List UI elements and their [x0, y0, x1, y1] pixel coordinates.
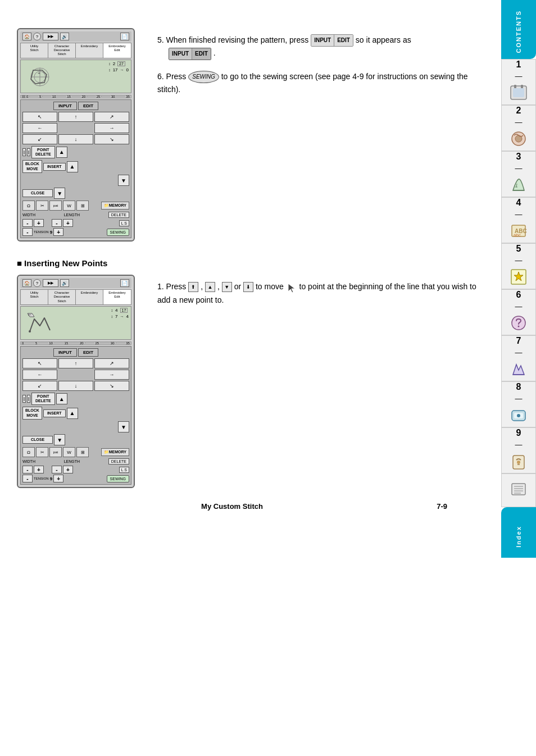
- down-btn-b[interactable]: ▼: [118, 421, 129, 432]
- step1-text1: Press: [166, 282, 187, 291]
- curve-icon[interactable]: Ω: [22, 201, 35, 211]
- delete-btn-bottom[interactable]: DELETE: [108, 458, 129, 464]
- pattern-icon[interactable]: pat: [49, 201, 62, 211]
- arr-btn-last[interactable]: ⬇: [243, 282, 253, 292]
- curve-icon-b[interactable]: Ω: [22, 447, 35, 457]
- nav-right-b[interactable]: →: [94, 370, 129, 380]
- up-solid-btn-b[interactable]: ▲: [67, 408, 78, 419]
- grid-icon-b[interactable]: ⊞: [76, 447, 89, 457]
- nav-left[interactable]: ←: [22, 123, 57, 133]
- machine-top-bar: 🏠 ? ▶▶ 🔊 📄: [20, 31, 131, 42]
- sewing-btn-top[interactable]: SEWING: [107, 229, 129, 236]
- bar1-btn-b[interactable]: |: [22, 395, 26, 403]
- sidebar-tab-ch1[interactable]: 1 —: [501, 59, 536, 105]
- ch6-dash: —: [515, 302, 523, 311]
- minus-btn1-b[interactable]: -: [22, 466, 33, 473]
- nav-right[interactable]: →: [94, 123, 129, 133]
- arr-btn-down[interactable]: ▼: [222, 282, 232, 292]
- up-solid-btn[interactable]: ▲: [67, 161, 78, 172]
- input-btn-bottom[interactable]: INPUT: [53, 348, 77, 357]
- sidebar-tab-contents[interactable]: CONTENTS: [501, 0, 536, 59]
- minus-btn1[interactable]: -: [22, 219, 33, 227]
- question-icon-b: ?: [33, 279, 41, 287]
- step-1-text: 1. Press ⬆ , ▲ , ▼ or ⬇ to move: [140, 275, 483, 488]
- sidebar-tab-notes[interactable]: [501, 473, 536, 507]
- nav-up[interactable]: ↑: [58, 112, 93, 122]
- down-btn[interactable]: ▼: [118, 175, 129, 186]
- step6-text1: Press: [166, 72, 187, 81]
- insert-btn[interactable]: INSERT: [43, 163, 66, 171]
- plus-btn2[interactable]: +: [63, 219, 73, 227]
- sidebar-tab-ch8[interactable]: 8 —: [501, 381, 536, 427]
- plus-btn1[interactable]: +: [34, 219, 44, 227]
- tension-label-b: TENSION: [34, 477, 49, 480]
- nav-upleft-b[interactable]: ↖: [22, 358, 57, 368]
- close-btn[interactable]: CLOSE: [22, 189, 53, 197]
- nav-upright[interactable]: ↗: [94, 112, 129, 122]
- up-arrow-btn-b[interactable]: ▲: [56, 393, 67, 404]
- block-move-btn[interactable]: BLOCKMOVE: [22, 160, 42, 173]
- sidebar-tab-ch2[interactable]: 2 —: [501, 105, 536, 151]
- point-delete-btn[interactable]: POINTDELETE: [31, 146, 55, 159]
- memory-btn-b[interactable]: 📁MEMORY: [101, 448, 129, 456]
- notes-icon: [510, 481, 528, 499]
- bar2-btn[interactable]: |: [27, 148, 30, 156]
- ch3-dash: —: [515, 164, 523, 172]
- up-arrow-btn[interactable]: ▲: [56, 147, 67, 158]
- down-solid-btn[interactable]: ▼: [54, 188, 65, 199]
- arr-btn-first[interactable]: ⬆: [188, 282, 198, 292]
- sidebar-tab-index[interactable]: Index: [501, 507, 536, 558]
- nav-downleft-b[interactable]: ↙: [22, 381, 57, 391]
- sidebar-tab-ch7[interactable]: 7 —: [501, 335, 536, 381]
- machine-display-bottom: 🏠 ? ▶▶ 🔊 📄 UtilityStitch CharacterDecora…: [17, 275, 135, 488]
- thread-icon-b[interactable]: W: [63, 447, 75, 457]
- sewing-btn-bottom[interactable]: SEWING: [107, 475, 129, 482]
- scissors-icon-b[interactable]: ✂: [36, 447, 48, 457]
- nav-downright[interactable]: ↘: [94, 134, 129, 144]
- input-btn-top[interactable]: INPUT: [53, 102, 77, 110]
- delete-btn-top[interactable]: DELETE: [108, 212, 129, 218]
- tension-minus-b[interactable]: -: [22, 475, 33, 482]
- nav-upleft[interactable]: ↖: [22, 112, 57, 122]
- close-btn-b[interactable]: CLOSE: [22, 436, 53, 444]
- sidebar-tab-ch4[interactable]: 4 — ABC abc: [501, 197, 536, 243]
- point-delete-btn-b[interactable]: POINTDELETE: [31, 393, 55, 406]
- sidebar-tab-ch5[interactable]: 5 —: [501, 243, 536, 289]
- bar2-btn-b[interactable]: |: [27, 395, 30, 403]
- minus-btn2[interactable]: -: [52, 219, 62, 227]
- tension-plus-b[interactable]: +: [53, 475, 63, 482]
- edit-btn-top[interactable]: EDIT: [78, 102, 98, 110]
- ls-btn-b[interactable]: L S: [119, 467, 129, 473]
- edit-btn-bottom[interactable]: EDIT: [78, 348, 98, 357]
- arr-btn-up[interactable]: ▲: [205, 282, 215, 292]
- nav-down-b[interactable]: ↓: [58, 381, 93, 391]
- ch4-icon: ABC abc: [508, 221, 529, 243]
- minus-btn2-b[interactable]: -: [52, 466, 62, 473]
- sidebar-tab-ch3[interactable]: 3 —: [501, 151, 536, 197]
- nav-downright-b[interactable]: ↘: [94, 381, 129, 391]
- ch5-icon: [508, 267, 529, 289]
- nav-upright-b[interactable]: ↗: [94, 358, 129, 368]
- nav-up-b[interactable]: ↑: [58, 358, 93, 368]
- tension-minus[interactable]: -: [22, 228, 33, 236]
- bar1-btn[interactable]: |: [22, 148, 26, 156]
- plus-btn1-b[interactable]: +: [34, 466, 44, 473]
- tension-plus[interactable]: +: [53, 228, 63, 236]
- pattern-icon-b[interactable]: pat: [49, 447, 62, 457]
- ls-btn[interactable]: L S: [119, 220, 129, 226]
- nav-down[interactable]: ↓: [58, 134, 93, 144]
- sidebar-tab-ch6[interactable]: 6 —: [501, 289, 536, 335]
- insert-btn-b[interactable]: INSERT: [43, 409, 66, 417]
- ch1-icon: [508, 83, 529, 104]
- speed-icon: ▶▶: [43, 33, 58, 40]
- plus-btn2-b[interactable]: +: [63, 466, 73, 473]
- block-move-btn-b[interactable]: BLOCKMOVE: [22, 407, 42, 420]
- sidebar-tab-ch9[interactable]: 9 —: [501, 427, 536, 473]
- grid-icon[interactable]: ⊞: [76, 201, 89, 211]
- nav-downleft[interactable]: ↙: [22, 134, 57, 144]
- down-solid-btn-b[interactable]: ▼: [54, 434, 65, 445]
- thread-icon[interactable]: W: [63, 201, 75, 211]
- nav-left-b[interactable]: ←: [22, 370, 57, 380]
- scissors-icon[interactable]: ✂: [36, 201, 48, 211]
- memory-btn[interactable]: 📁MEMORY: [101, 202, 129, 210]
